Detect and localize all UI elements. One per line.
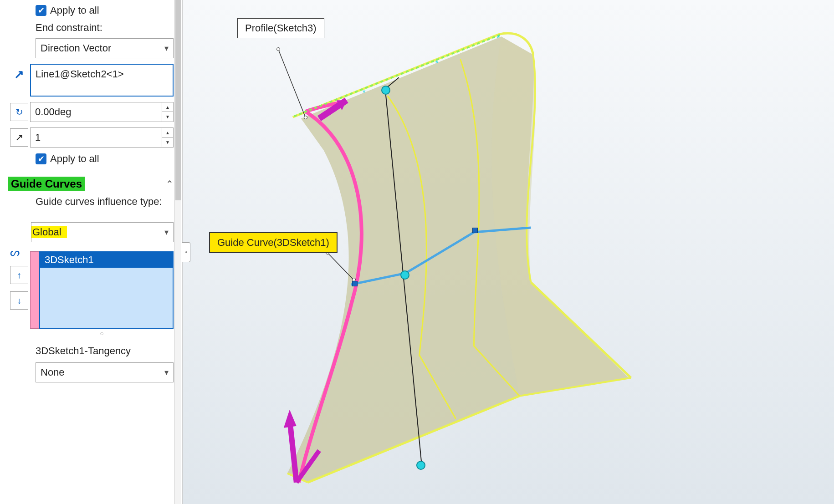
guide-curves-header[interactable]: Guide Curves [8,177,85,191]
apply-all-top-label: Apply to all [50,5,99,16]
tangency-value: None [41,367,65,378]
chevron-down-icon: ▾ [164,43,169,53]
property-panel: ✔ Apply to all End constraint: Direction… [0,0,182,504]
handle-square[interactable] [472,228,478,233]
scale-arrow-icon: ↗ [15,132,23,143]
svg-line-6 [327,253,353,280]
rotate-icon: ↻ [15,107,23,117]
leader-endpoint [304,116,307,119]
svg-marker-4 [284,410,297,428]
scalar-up-icon[interactable]: ▲ [162,128,173,137]
leader-endpoint [276,47,280,51]
end-constraint-value: Direction Vector [41,42,111,54]
tangency-label: 3DSketch1-Tangency [36,345,131,356]
apply-all-top-checkbox[interactable]: ✔ [36,5,46,16]
svg-text:*: * [435,59,439,68]
panel-scrollbar[interactable] [174,0,181,504]
angle-spinner[interactable]: 0.00deg ▲ ▼ [30,102,174,122]
guide-curve-callout-text: Guide Curve(3DSketch1) [217,237,329,248]
profile-callout-text: Profile(Sketch3) [245,22,317,34]
svg-text:*: * [497,34,500,43]
rotate-icon-button[interactable]: ↻ [10,103,28,121]
curve-icon: ᔕ [10,246,28,259]
chevron-down-icon: ▾ [164,227,169,237]
end-constraint-select[interactable]: Direction Vector ▾ [36,38,174,58]
scale-icon-button[interactable]: ↗ [10,128,28,147]
scrollbar-thumb[interactable] [175,0,181,200]
handle-square[interactable] [352,281,358,286]
direction-vector-value: Line1@Sketch2<1> [36,68,124,80]
arrow-up-icon: ↑ [17,270,21,280]
handle-dot[interactable] [416,461,425,470]
svg-text:*: * [363,88,366,97]
guide-color-bar [30,251,39,329]
handle-dot[interactable] [400,270,409,280]
direction-vector-input[interactable]: Line1@Sketch2<1> [30,64,174,97]
influence-type-value: Global [32,226,61,238]
guide-curve-callout[interactable]: Guide Curve(3DSketch1) [209,232,338,253]
apply-all-bottom-checkbox[interactable]: ✔ [36,153,46,164]
collapse-chevron-icon[interactable]: ⌃ [166,178,174,189]
move-down-button[interactable]: ↓ [10,291,28,310]
influence-type-select[interactable]: Global ▾ [31,222,174,242]
apply-all-bottom-label: Apply to all [50,153,99,165]
list-item[interactable]: 3DSketch1 [40,252,173,268]
angle-value: 0.00deg [31,106,162,118]
handle-dot[interactable] [381,86,390,95]
guide-curves-list[interactable]: 3DSketch1 [39,251,174,329]
arrow-down-icon: ↓ [17,295,21,306]
angle-up-icon[interactable]: ▲ [162,102,173,112]
3d-viewport[interactable]: * * * Profile(Sketch3) Guide Curve(3DSke… [182,0,834,504]
svg-marker-3 [337,100,347,110]
svg-line-5 [278,49,306,117]
influence-type-label: Guide curves influence type: [36,196,162,207]
resize-handle-icon[interactable]: ○ [30,330,174,337]
end-constraint-label: End constraint: [36,22,102,33]
scalar-down-icon[interactable]: ▼ [162,137,173,147]
move-up-button[interactable]: ↑ [10,266,28,284]
direction-arrow-icon: ↗ [14,67,24,81]
profile-callout[interactable]: Profile(Sketch3) [237,18,324,38]
chevron-down-icon: ▾ [164,367,169,377]
leader-endpoint [352,278,356,281]
scalar-spinner[interactable]: 1 ▲ ▼ [30,127,174,148]
panel-toggle-handle[interactable] [182,242,190,262]
tangency-select[interactable]: None ▾ [36,362,174,382]
scalar-value: 1 [31,132,162,143]
angle-down-icon[interactable]: ▼ [162,112,173,122]
